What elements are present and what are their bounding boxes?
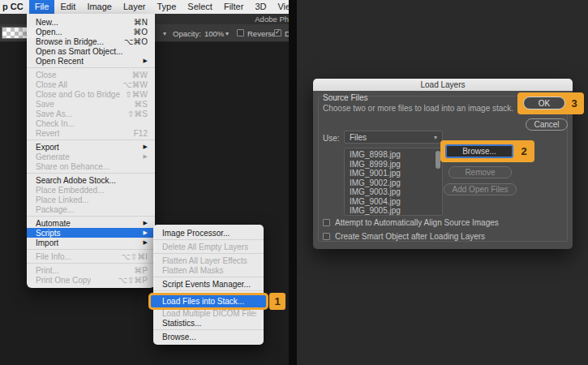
- mode-chevron-icon[interactable]: ▾: [163, 30, 166, 37]
- submenu-item-image-processor[interactable]: Image Processor...: [153, 228, 264, 238]
- menu-item-import[interactable]: Import▶: [27, 238, 155, 247]
- menu-separator: [27, 67, 155, 68]
- menu-separator: [153, 253, 264, 254]
- menu-item-place-embedded: Place Embedded...: [27, 185, 155, 195]
- use-select[interactable]: Files ▾: [344, 131, 443, 144]
- smart-object-checkbox[interactable]: [323, 233, 330, 240]
- menubar-item-select[interactable]: Select: [182, 0, 218, 14]
- file-list-item[interactable]: IMG_9006.jpg: [350, 216, 442, 217]
- use-label: Use:: [323, 134, 340, 143]
- step-2-highlight-box: Browse... 2: [440, 140, 534, 162]
- opacity-label: Opacity:: [173, 29, 201, 38]
- menubar-item-image[interactable]: Image: [81, 0, 118, 14]
- menu-item-new[interactable]: New...⌘N: [27, 17, 155, 27]
- menu-separator: [27, 173, 155, 174]
- menubar-item-type[interactable]: Type: [151, 0, 182, 14]
- ok-button[interactable]: OK: [523, 97, 565, 110]
- dither-checkbox[interactable]: [274, 29, 281, 36]
- dialog-title: Load Layers: [313, 79, 573, 91]
- menubar-item-layer[interactable]: Layer: [118, 0, 152, 14]
- submenu-item-load-files-into-stack[interactable]: Load Files into Stack...: [151, 295, 266, 307]
- menu-item-export[interactable]: Export▶: [27, 142, 155, 152]
- file-list-item[interactable]: IMG_9002.jpg: [350, 178, 442, 188]
- file-list-item[interactable]: IMG_8998.jpg: [350, 150, 442, 160]
- menu-item-close-all: Close All⌥⌘W: [27, 79, 155, 89]
- align-source-images-label: Attempt to Automatically Align Source Im…: [335, 218, 499, 227]
- chevron-down-icon: ▾: [434, 134, 437, 141]
- step-1-highlight-box: Load Files into Stack... 1: [148, 293, 268, 310]
- use-select-value: Files: [350, 133, 367, 142]
- submenu-item-browse[interactable]: Browse...: [153, 332, 264, 341]
- smart-object-row: Create Smart Object after Loading Layers: [323, 232, 485, 241]
- menu-item-generate: Generate▶: [27, 152, 155, 161]
- submenu-arrow-icon: ▶: [144, 220, 148, 226]
- file-list-item[interactable]: IMG_9003.jpg: [350, 187, 442, 197]
- menubar: p CC File Edit Image Layer Type Select F…: [0, 0, 289, 14]
- reverse-checkbox[interactable]: [237, 29, 244, 36]
- submenu-item-flatten-all-masks: Flatten All Masks: [153, 265, 264, 275]
- submenu-arrow-icon: ▶: [144, 58, 148, 64]
- step-3-highlight-box: OK 3: [517, 92, 584, 114]
- menu-separator: [153, 329, 264, 330]
- menu-item-close: Close⌘W: [27, 70, 155, 79]
- add-open-files-button: Add Open Files: [444, 183, 517, 195]
- scripts-submenu: Image Processor... Delete All Empty Laye…: [153, 225, 264, 345]
- menu-separator: [153, 277, 264, 277]
- menu-separator: [27, 263, 155, 264]
- menu-item-revert: RevertF12: [27, 128, 155, 138]
- menu-item-file-info: File Info...⌥⇧⌘I: [27, 251, 155, 261]
- remove-button: Remove: [449, 166, 512, 178]
- menu-item-open-recent[interactable]: Open Recent▶: [27, 56, 155, 66]
- file-menu: New...⌘N Open...⌘O Browse in Bridge...⌥⌘…: [27, 14, 155, 288]
- file-list[interactable]: IMG_8998.jpg IMG_8999.jpg IMG_9001.jpg I…: [344, 148, 443, 216]
- menubar-item-file[interactable]: File: [29, 0, 55, 14]
- menu-item-open[interactable]: Open...⌘O: [27, 27, 155, 36]
- photoshop-window: p CC File Edit Image Layer Type Select F…: [0, 0, 289, 365]
- load-layers-dialog: Load Layers Source Files Choose two or m…: [313, 79, 573, 249]
- menu-item-print: Print...⌘P: [27, 265, 155, 275]
- app-title-text: Adobe Ph: [255, 15, 289, 24]
- submenu-item-flatten-all-layer-effects: Flatten All Layer Effects: [153, 256, 264, 265]
- smart-object-label: Create Smart Object after Loading Layers: [335, 232, 485, 241]
- align-source-images-checkbox[interactable]: [323, 219, 330, 226]
- menu-item-scripts[interactable]: Scripts▶: [27, 228, 155, 238]
- menu-item-save-as: Save As...⇧⌘S: [27, 109, 155, 118]
- menu-item-open-as-smart-object[interactable]: Open as Smart Object...: [27, 46, 155, 56]
- submenu-item-statistics[interactable]: Statistics...: [153, 318, 264, 328]
- cancel-button[interactable]: Cancel: [526, 118, 568, 131]
- menu-separator: [27, 249, 155, 250]
- step-badge-3: 3: [568, 96, 581, 111]
- menu-separator: [27, 216, 155, 217]
- file-list-item[interactable]: IMG_9001.jpg: [350, 169, 442, 178]
- menubar-item-filter[interactable]: Filter: [218, 0, 249, 14]
- menu-item-close-and-go-to-bridge: Close and Go to Bridge...⇧⌘W: [27, 89, 155, 99]
- source-files-label: Source Files: [323, 93, 368, 102]
- pane-divider: [289, 0, 297, 365]
- file-list-item[interactable]: IMG_9005.jpg: [350, 206, 442, 216]
- menubar-item-3d[interactable]: 3D: [249, 0, 272, 14]
- menubar-item-view[interactable]: View: [272, 0, 289, 14]
- menu-item-share-on-behance: Share on Behance...: [27, 161, 155, 171]
- menubar-item-edit[interactable]: Edit: [54, 0, 81, 14]
- source-files-description: Choose two or more files to load into an…: [323, 104, 513, 113]
- submenu-arrow-icon: ▶: [144, 153, 148, 160]
- app-menu-label[interactable]: p CC: [0, 0, 29, 14]
- file-list-item[interactable]: IMG_9004.jpg: [350, 197, 442, 207]
- submenu-arrow-icon: ▶: [144, 230, 148, 236]
- menu-item-automate[interactable]: Automate▶: [27, 218, 155, 228]
- file-list-item[interactable]: IMG_8999.jpg: [350, 160, 442, 170]
- step-badge-1: 1: [269, 293, 285, 310]
- menu-item-search-adobe-stock[interactable]: Search Adobe Stock...: [27, 175, 155, 185]
- menu-item-browse-in-bridge[interactable]: Browse in Bridge...⌥⌘O: [27, 36, 155, 46]
- menu-item-check-in: Check In...: [27, 118, 155, 128]
- menu-item-print-one-copy: Print One Copy⌥⇧⌘P: [27, 275, 155, 285]
- submenu-item-script-events-manager[interactable]: Script Events Manager...: [153, 279, 264, 289]
- opacity-chevron-icon[interactable]: ▾: [225, 30, 229, 37]
- menu-separator: [27, 140, 155, 140]
- reverse-label: Reverse: [247, 29, 276, 38]
- submenu-item-delete-all-empty-layers: Delete All Empty Layers: [153, 242, 264, 251]
- opacity-value[interactable]: 100%: [204, 29, 224, 38]
- submenu-arrow-icon: ▶: [144, 239, 148, 246]
- align-source-images-row: Attempt to Automatically Align Source Im…: [323, 218, 499, 227]
- browse-button[interactable]: Browse...: [445, 144, 513, 158]
